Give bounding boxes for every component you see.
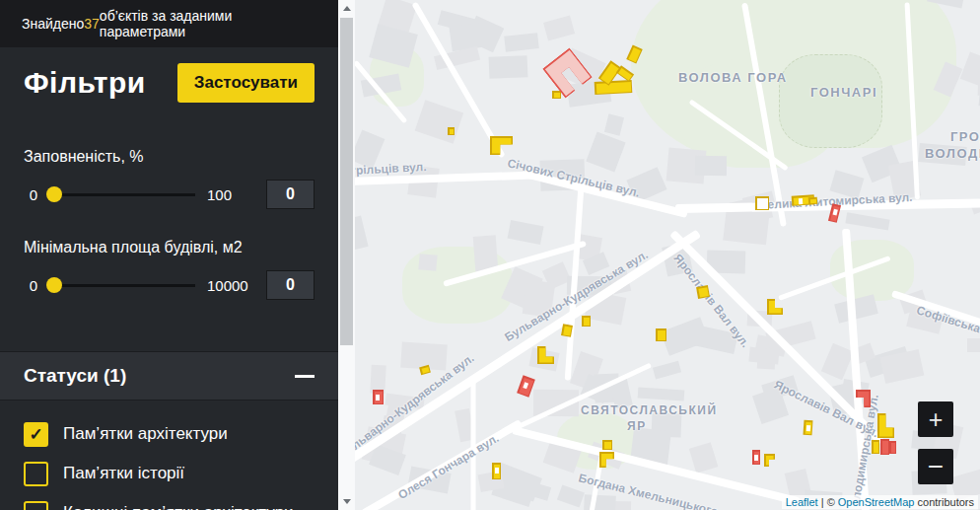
collapse-minus-icon[interactable] bbox=[295, 375, 315, 378]
checkbox-row-history[interactable]: ✓ Пам’ятки історії bbox=[24, 454, 315, 493]
scrollbar-thumb[interactable] bbox=[340, 18, 353, 345]
heritage-building-marker[interactable] bbox=[419, 365, 431, 375]
heritage-building-marker[interactable] bbox=[595, 80, 633, 95]
heritage-building-marker[interactable] bbox=[764, 454, 775, 467]
slider-group-area: Мінімальна площа будівлі, м2 0 10000 0 bbox=[24, 239, 315, 300]
map-building bbox=[637, 388, 684, 401]
statuses-section-header[interactable]: Статуси (1) bbox=[0, 351, 338, 401]
statuses-title: Статуси (1) bbox=[24, 365, 126, 387]
heritage-building-marker[interactable] bbox=[877, 413, 894, 438]
scroll-down-arrow-icon[interactable] bbox=[338, 493, 355, 510]
heritage-building-marker[interactable] bbox=[803, 420, 812, 436]
checkmark-icon: ✓ bbox=[29, 426, 42, 443]
zoom-in-button[interactable]: + bbox=[918, 401, 953, 437]
map-area-label: ВОЛОВА ГОРА bbox=[678, 70, 788, 85]
marker-fill bbox=[604, 442, 611, 449]
heritage-building-marker[interactable] bbox=[752, 450, 760, 465]
heritage-building-marker[interactable] bbox=[755, 196, 769, 210]
heritage-building-marker[interactable] bbox=[889, 441, 896, 454]
heritage-building-marker[interactable] bbox=[492, 463, 501, 479]
heritage-building-marker[interactable] bbox=[767, 299, 783, 315]
marker-fill bbox=[658, 330, 665, 340]
area-value-input[interactable]: 0 bbox=[266, 270, 315, 300]
filter-sidebar: Знайдено 37 об’єктів за заданими парамет… bbox=[0, 0, 338, 510]
marker-notch bbox=[805, 424, 809, 430]
checkbox-label: Пам’ятки архітектури bbox=[63, 424, 228, 444]
zoom-out-button[interactable]: − bbox=[918, 449, 953, 484]
results-bar: Знайдено 37 об’єктів за заданими парамет… bbox=[0, 0, 338, 47]
map-building bbox=[450, 23, 485, 51]
map-building bbox=[507, 220, 543, 246]
heritage-building-marker[interactable] bbox=[561, 324, 573, 337]
slider-label: Мінімальна площа будівлі, м2 bbox=[24, 239, 315, 256]
checkbox-architecture[interactable]: ✓ bbox=[24, 422, 48, 447]
checkbox-row-architecture[interactable]: ✓ Пам’ятки архітектури bbox=[24, 414, 315, 454]
checkbox-row-former-architecture[interactable]: ✓ Колишні пам’ятки архітектури bbox=[24, 493, 315, 510]
marker-notch bbox=[376, 395, 380, 401]
area-slider-handle[interactable] bbox=[46, 277, 62, 293]
marker-notch bbox=[799, 198, 803, 204]
heritage-building-marker[interactable] bbox=[373, 390, 384, 404]
heritage-building-marker[interactable] bbox=[448, 127, 455, 135]
map-building bbox=[821, 342, 854, 380]
heritage-building-marker[interactable] bbox=[880, 439, 889, 455]
sidebar-scrollbar[interactable] bbox=[338, 0, 355, 510]
marker-fill bbox=[563, 326, 571, 335]
openstreetmap-link[interactable]: OpenStreetMap bbox=[838, 496, 915, 508]
marker-fill bbox=[450, 129, 454, 134]
results-text-suffix: об’єктів за заданими параметрами bbox=[100, 8, 316, 39]
fill-slider-handle[interactable] bbox=[46, 186, 62, 202]
marker-fill bbox=[757, 198, 768, 209]
map-building bbox=[723, 207, 770, 246]
apply-button[interactable]: Застосувати bbox=[177, 63, 315, 103]
heritage-building-marker[interactable] bbox=[552, 91, 561, 99]
map-zoom-controls: + − bbox=[918, 401, 953, 484]
map-canvas[interactable]: ВОЛОВА ГОРАГОНЧАРІГРОДВОЛОДИМСВЯТОСЛАВСЬ… bbox=[355, 0, 980, 510]
map-area-label: СВЯТОСЛАВСЬКИЙ bbox=[581, 403, 718, 417]
map-building bbox=[967, 338, 980, 351]
map-building bbox=[583, 495, 616, 510]
marker-fill bbox=[698, 287, 708, 297]
checkbox-label: Колишні пам’ятки архітектури bbox=[63, 503, 294, 510]
marker-fill bbox=[554, 93, 560, 98]
checkbox-label: Пам’ятки історії bbox=[63, 464, 184, 483]
map-building bbox=[488, 55, 527, 79]
map-area-label: ГОНЧАРІ bbox=[810, 85, 877, 100]
heritage-building-marker[interactable] bbox=[872, 440, 879, 454]
marker-fill bbox=[584, 318, 590, 326]
map-attribution: Leaflet | © OpenStreetMap contributors bbox=[782, 495, 978, 509]
status-checkbox-list: ✓ Пам’ятки архітектури ✓ Пам’ятки історі… bbox=[0, 401, 338, 510]
filters-title: Фільтри bbox=[24, 66, 146, 100]
marker-fill bbox=[891, 443, 895, 453]
marker-fill bbox=[809, 198, 815, 202]
map-building bbox=[504, 33, 538, 51]
slider-label: Заповненість, % bbox=[24, 148, 315, 166]
map-area-label: ЯР bbox=[627, 419, 647, 433]
heritage-building-marker[interactable] bbox=[602, 440, 612, 450]
marker-fill bbox=[595, 82, 630, 94]
area-slider-track[interactable] bbox=[49, 284, 195, 287]
heritage-building-marker[interactable] bbox=[656, 328, 666, 341]
checkbox-former-architecture[interactable]: ✓ bbox=[24, 501, 48, 510]
fill-slider-track[interactable] bbox=[49, 193, 195, 196]
slider-max-value: 10000 bbox=[207, 277, 248, 294]
attribution-separator: | © bbox=[818, 496, 838, 508]
slider-max-value: 100 bbox=[207, 186, 232, 203]
heritage-building-marker[interactable] bbox=[582, 316, 591, 327]
heritage-building-marker[interactable] bbox=[517, 375, 535, 397]
fill-value-input[interactable]: 0 bbox=[266, 180, 315, 209]
map-building bbox=[355, 215, 368, 249]
heritage-building-marker[interactable] bbox=[808, 197, 817, 205]
map-building bbox=[695, 156, 727, 176]
results-text-prefix: Знайдено bbox=[22, 16, 84, 32]
map-building bbox=[845, 213, 890, 231]
scroll-up-arrow-icon[interactable] bbox=[338, 0, 355, 17]
slider-group-fill: Заповненість, % 0 100 0 bbox=[24, 148, 315, 209]
map-building bbox=[415, 100, 463, 143]
leaflet-link[interactable]: Leaflet bbox=[786, 496, 818, 508]
map-building bbox=[748, 346, 779, 364]
marker-fill bbox=[769, 301, 782, 314]
marker-fill bbox=[874, 442, 878, 453]
heritage-building-marker[interactable] bbox=[696, 285, 710, 299]
checkbox-history[interactable]: ✓ bbox=[24, 462, 48, 486]
